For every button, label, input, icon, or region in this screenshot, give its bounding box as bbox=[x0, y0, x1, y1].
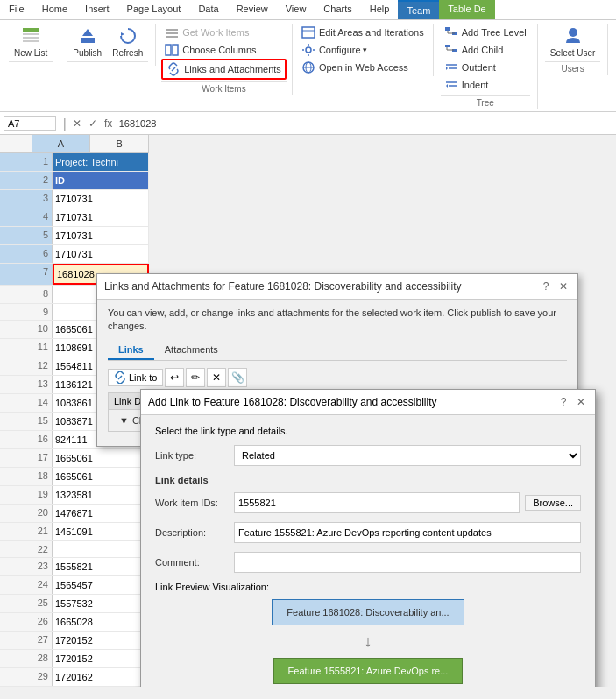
tab-attachments[interactable]: Attachments bbox=[154, 341, 229, 360]
tab-review[interactable]: Review bbox=[228, 0, 277, 19]
tab-insert[interactable]: Insert bbox=[76, 0, 118, 19]
cell-a3[interactable]: 1710731 bbox=[53, 190, 149, 208]
configure-button[interactable]: Configure ▾ bbox=[298, 41, 428, 59]
tab-data[interactable]: Data bbox=[189, 0, 227, 19]
svg-rect-9 bbox=[166, 36, 178, 38]
select-user-icon bbox=[563, 25, 584, 46]
work-item-ids-row: Work item IDs: Browse... bbox=[155, 492, 581, 513]
links-and-attachments-button[interactable]: Links and Attachments bbox=[161, 59, 287, 80]
cancel-formula-icon[interactable]: ✕ bbox=[70, 116, 84, 131]
add-tree-level-button[interactable]: Add Tree Level bbox=[441, 24, 530, 41]
row-num-12: 12 bbox=[0, 357, 53, 375]
row-num-20: 20 bbox=[0, 505, 53, 522]
browse-button[interactable]: Browse... bbox=[525, 495, 581, 511]
tab-page-layout[interactable]: Page Layout bbox=[118, 0, 190, 19]
expand-icon[interactable]: ▼ bbox=[119, 415, 129, 426]
tab-home[interactable]: Home bbox=[33, 0, 76, 19]
tab-file[interactable]: File bbox=[0, 0, 33, 19]
indent-button[interactable]: Indent bbox=[441, 76, 530, 94]
add-link-close-icon[interactable]: ✕ bbox=[574, 395, 588, 409]
cell-a17[interactable]: 1665061 bbox=[53, 449, 149, 467]
cell-a28[interactable]: 1720152 bbox=[53, 650, 149, 667]
table-row: 20 1476871 bbox=[0, 505, 149, 523]
cell-a27[interactable]: 1720152 bbox=[53, 632, 149, 649]
corner-cell bbox=[0, 135, 32, 152]
fx-icon[interactable]: fx bbox=[102, 116, 116, 131]
cell-a25[interactable]: 1557532 bbox=[53, 595, 149, 612]
cell-a19[interactable]: 1323581 bbox=[53, 486, 149, 504]
select-user-button[interactable]: Select User bbox=[545, 24, 601, 60]
table-row: 3 1710731 bbox=[0, 190, 149, 208]
ribbon: File Home Insert Page Layout Data Review… bbox=[0, 0, 616, 112]
publish-button[interactable]: Publish bbox=[67, 24, 107, 60]
cell-a6[interactable]: 1710731 bbox=[53, 245, 149, 263]
add-link-help-icon[interactable]: ? bbox=[556, 395, 570, 409]
new-list-button[interactable]: New List bbox=[9, 24, 53, 60]
confirm-formula-icon[interactable]: ✓ bbox=[86, 116, 100, 131]
comment-control bbox=[234, 552, 581, 573]
cell-a20[interactable]: 1476871 bbox=[53, 505, 149, 522]
attachment-link-button[interactable]: 📎 bbox=[228, 368, 247, 387]
table-row: 17 1665061 bbox=[0, 449, 149, 468]
cell-a21[interactable]: 1451091 bbox=[53, 523, 149, 540]
link-to-button[interactable]: Link to bbox=[108, 369, 163, 386]
add-link-body: Select the link type and details. Link t… bbox=[141, 415, 595, 687]
edit-link-button[interactable]: ✏ bbox=[186, 368, 205, 387]
svg-rect-19 bbox=[445, 27, 450, 31]
formula-divider: | bbox=[63, 116, 67, 131]
tab-help[interactable]: Help bbox=[361, 0, 399, 19]
col-header-b[interactable]: B bbox=[90, 135, 149, 152]
description-control bbox=[234, 522, 581, 543]
cell-a5[interactable]: 1710731 bbox=[53, 227, 149, 244]
comment-input[interactable] bbox=[234, 552, 581, 573]
main-content: A B 1 Project: Techni 2 ID 3 1710731 bbox=[0, 135, 616, 687]
dialog-outer-help-icon[interactable]: ? bbox=[539, 279, 553, 293]
row-num-18: 18 bbox=[0, 468, 53, 485]
ribbon-group-publish: Publish Refresh bbox=[60, 24, 156, 66]
tab-team[interactable]: Team bbox=[398, 0, 439, 19]
formula-input[interactable] bbox=[119, 118, 612, 129]
outdent-button[interactable]: Outdent bbox=[441, 59, 530, 76]
cell-a24[interactable]: 1565457 bbox=[53, 576, 149, 594]
description-input[interactable] bbox=[234, 522, 581, 543]
svg-marker-5 bbox=[82, 29, 93, 36]
publish-icon bbox=[77, 25, 98, 46]
dialog-outer-close-icon[interactable]: ✕ bbox=[556, 279, 570, 293]
ribbon-group-label-users: Users bbox=[545, 61, 601, 75]
dialog-outer-toolbar: Link to ↩ ✏ ✕ 📎 bbox=[108, 368, 567, 387]
add-child-button[interactable]: Add Child bbox=[441, 41, 530, 59]
cell-a1[interactable]: Project: Techni bbox=[53, 153, 149, 171]
table-row: 1 Project: Techni bbox=[0, 153, 149, 172]
svg-rect-1 bbox=[23, 33, 39, 35]
cell-reference-input[interactable] bbox=[4, 116, 56, 131]
outdent-icon bbox=[444, 60, 458, 74]
col-header-a[interactable]: A bbox=[32, 135, 91, 152]
cell-a23[interactable]: 1555821 bbox=[53, 558, 149, 575]
undo-link-button[interactable]: ↩ bbox=[165, 368, 184, 387]
comment-row: Comment: bbox=[155, 552, 581, 573]
cell-a26[interactable]: 1665028 bbox=[53, 613, 149, 631]
tab-links[interactable]: Links bbox=[108, 341, 154, 360]
table-row: 25 1557532 User Sto bbox=[0, 595, 149, 613]
tab-view[interactable]: View bbox=[277, 0, 315, 19]
link-type-select[interactable]: Related bbox=[234, 445, 581, 466]
get-work-items-button[interactable]: Get Work Items bbox=[161, 24, 287, 41]
delete-link-button[interactable]: ✕ bbox=[207, 368, 226, 387]
cell-a18[interactable]: 1665061 bbox=[53, 468, 149, 485]
tab-table-de[interactable]: Table De bbox=[439, 0, 494, 19]
cell-a2[interactable]: ID bbox=[53, 172, 149, 189]
svg-rect-4 bbox=[81, 38, 95, 43]
cell-a4[interactable]: 1710731 bbox=[53, 208, 149, 226]
edit-areas-button[interactable]: Edit Areas and Iterations bbox=[298, 24, 428, 41]
open-web-access-button[interactable]: Open in Web Access bbox=[298, 59, 428, 76]
refresh-button[interactable]: Refresh bbox=[107, 24, 148, 60]
work-item-ids-input[interactable] bbox=[234, 492, 520, 513]
row-num-16: 16 bbox=[0, 431, 53, 448]
tab-charts[interactable]: Charts bbox=[315, 0, 360, 19]
row-num-5: 5 bbox=[0, 227, 53, 244]
edit-areas-icon bbox=[301, 25, 315, 39]
choose-columns-button[interactable]: Choose Columns bbox=[161, 41, 287, 59]
configure-icon bbox=[301, 43, 315, 57]
svg-rect-0 bbox=[23, 28, 39, 32]
cell-a29[interactable]: 1720162 bbox=[53, 668, 149, 686]
